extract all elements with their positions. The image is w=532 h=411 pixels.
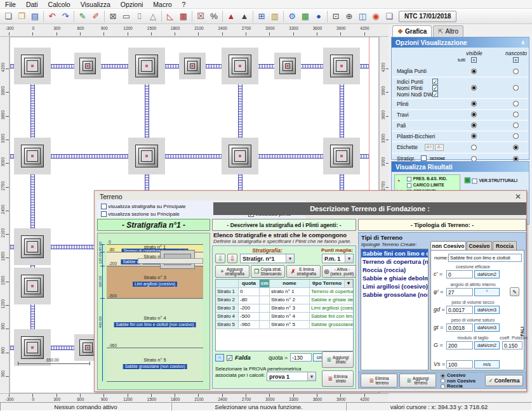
- strati-table-header-cell[interactable]: cm: [260, 280, 270, 287]
- opzioni-row-checkbox[interactable]: [432, 79, 438, 84]
- tab-roccia[interactable]: Roccia: [493, 241, 517, 250]
- tipologia-list-item[interactable]: Limi argillosi (coesivo): [361, 282, 428, 290]
- g-input[interactable]: 200: [446, 341, 473, 349]
- strati-table-row[interactable]: Strato 10strato n° 1Terreno di copertur.…: [216, 288, 353, 296]
- tab-coesivo[interactable]: Coesivo: [467, 241, 492, 250]
- color-wheel-icon[interactable]: ◉: [369, 10, 382, 23]
- window-grid-icon[interactable]: ⊞: [255, 10, 268, 23]
- plinth[interactable]: [274, 53, 301, 79]
- visibile-radio[interactable]: [471, 101, 477, 107]
- slope-icon[interactable]: ◺: [164, 10, 176, 23]
- strati-table-header-cell[interactable]: nome: [270, 280, 310, 287]
- pylon-dark-icon[interactable]: ▲: [238, 10, 251, 23]
- menu-item-file[interactable]: File: [5, 1, 16, 8]
- opzioni-row-checkbox[interactable]: [421, 155, 427, 161]
- edit-data-icon[interactable]: ✎: [76, 10, 89, 23]
- shape-rect-icon[interactable]: ▭: [120, 10, 133, 23]
- aggiungi-terreno-button[interactable]: ≣Aggiungiterreno: [399, 374, 436, 388]
- menu-item-?[interactable]: ?: [182, 1, 186, 8]
- dialog-option-checkbox[interactable]: [101, 211, 107, 217]
- tipologia-list-item[interactable]: Sabbie fini con limo e ciottoli: [361, 249, 428, 258]
- undo-icon[interactable]: ↶: [46, 10, 58, 23]
- risultati-header[interactable]: Visualizza Risultati: [392, 162, 529, 172]
- import-strat-icon[interactable]: ⇩: [215, 254, 225, 263]
- risultati-checkbox[interactable]: [407, 183, 411, 188]
- percent-icon[interactable]: %: [208, 10, 220, 23]
- save-icon[interactable]: ▤: [29, 10, 41, 23]
- plinth[interactable]: [14, 268, 51, 304]
- visibile-radio[interactable]: [471, 68, 477, 74]
- visibile-radio[interactable]: [471, 112, 477, 117]
- toolbox-icon[interactable]: ▦: [177, 10, 190, 23]
- plinth[interactable]: [14, 329, 51, 366]
- punti-maglia-select[interactable]: P.m. 1▾: [322, 254, 354, 263]
- elimina-strato-button[interactable]: ≣Eliminastrato: [322, 370, 354, 387]
- soil-layer[interactable]: Strato n° 4Sabbie fini con limo e ciotto…: [107, 298, 203, 348]
- nascosto-radio[interactable]: [513, 112, 519, 117]
- collapse-icon[interactable]: ∧: [521, 39, 525, 46]
- plinth[interactable]: [74, 53, 101, 79]
- tab-grafica[interactable]: ❖ Grafica: [392, 25, 432, 37]
- soil-layer[interactable]: Strato n° 3Limi argillosi (coesivo): [107, 266, 203, 298]
- open-folder-icon[interactable]: ❐: [15, 10, 28, 23]
- nascosto-radio[interactable]: [513, 101, 519, 107]
- nascosto-radio[interactable]: [513, 145, 519, 150]
- tab-non-coesivo[interactable]: non Coesivo: [430, 241, 466, 250]
- elimina-terreno-button[interactable]: ≣Eliminaterreno: [361, 374, 397, 388]
- erase-sheet-icon[interactable]: ☒: [194, 10, 207, 23]
- strati-table-header-cell[interactable]: tipo Terreno: [310, 280, 345, 287]
- close-icon[interactable]: ✕: [515, 192, 521, 201]
- vs-input[interactable]: 100: [446, 360, 473, 369]
- pylon-red-icon[interactable]: ▲: [225, 10, 237, 23]
- plinth[interactable]: [323, 48, 360, 84]
- gd-input[interactable]: 0.0017: [446, 306, 473, 314]
- printer-icon[interactable]: ▥: [269, 10, 281, 23]
- plinth[interactable]: [128, 138, 165, 174]
- plinth[interactable]: [323, 138, 360, 174]
- risultati-checkbox[interactable]: [472, 178, 477, 183]
- plinth[interactable]: [14, 138, 51, 174]
- tab-altro[interactable]: ⇱ Altro: [433, 25, 463, 37]
- font-size-button[interactable]: A+: [425, 144, 434, 151]
- conferma-button[interactable]: ✓Conferma: [485, 375, 523, 386]
- tutti-nascosto-toggle[interactable]: [513, 57, 519, 63]
- strati-table-row[interactable]: Strato 5-960Strato n° 5Sabbie grossolane…: [216, 321, 353, 329]
- stratigrafia-select[interactable]: Stratigr. n°1▾: [240, 254, 295, 263]
- beam-horizontal[interactable]: [10, 154, 369, 159]
- monitor-icon[interactable]: ▦: [299, 10, 312, 23]
- dialog-option-checkbox[interactable]: [101, 204, 107, 209]
- tutti-visibile-toggle[interactable]: [471, 57, 477, 63]
- visibile-radio[interactable]: [471, 133, 477, 139]
- menu-item-dati[interactable]: Dati: [26, 1, 38, 8]
- tipo-terreno-dropdown-icon[interactable]: ▾: [345, 280, 353, 287]
- pile-icon[interactable]: ⌷: [133, 10, 146, 23]
- menu-item-opzioni[interactable]: Opzioni: [121, 1, 143, 8]
- zoom-actual-icon[interactable]: ⊡: [329, 10, 342, 23]
- strati-table-row[interactable]: Strato 2-80Strato n° 2Sabbie e ghiaie de…: [216, 296, 353, 304]
- nascosto-radio[interactable]: [513, 133, 519, 139]
- zoom-select-icon[interactable]: ⊕: [343, 10, 356, 23]
- nascosto-radio[interactable]: [513, 85, 519, 91]
- mound-icon[interactable]: △: [147, 10, 159, 23]
- falda-checkbox[interactable]: [227, 355, 232, 361]
- redo-icon[interactable]: ↷: [59, 10, 72, 23]
- beam-vertical[interactable]: [30, 66, 35, 348]
- visibile-radio[interactable]: [471, 85, 477, 91]
- -input[interactable]: 27: [446, 288, 473, 296]
- menu-item-macro[interactable]: Macro: [153, 1, 171, 8]
- tipologia-list-item[interactable]: Sabbie e ghiaie debolmente limose: [361, 274, 428, 282]
- new-file-icon[interactable]: ❏: [2, 10, 15, 23]
- risultati-checkbox[interactable]: [407, 177, 411, 181]
- image-export-icon[interactable]: ◫: [356, 10, 369, 23]
- pencils-icon[interactable]: ✐: [90, 10, 102, 23]
- opzioni-row-checkbox[interactable]: [432, 91, 438, 97]
- tipo-radio[interactable]: [441, 384, 445, 388]
- plinth[interactable]: [222, 48, 258, 84]
- nascosto-radio[interactable]: [513, 122, 519, 128]
- tipologia-list-item[interactable]: Sabbie grossolane (non coesivo): [361, 290, 428, 299]
- shield-icon[interactable]: ●: [312, 10, 325, 23]
- menu-item-visualizza[interactable]: Visualizza: [81, 1, 110, 8]
- visibile-radio[interactable]: [471, 122, 477, 128]
- soil-layer[interactable]: Strato n° 5Sabbie grossolane (non coesiv…: [107, 348, 203, 381]
- plinth[interactable]: [14, 48, 51, 84]
